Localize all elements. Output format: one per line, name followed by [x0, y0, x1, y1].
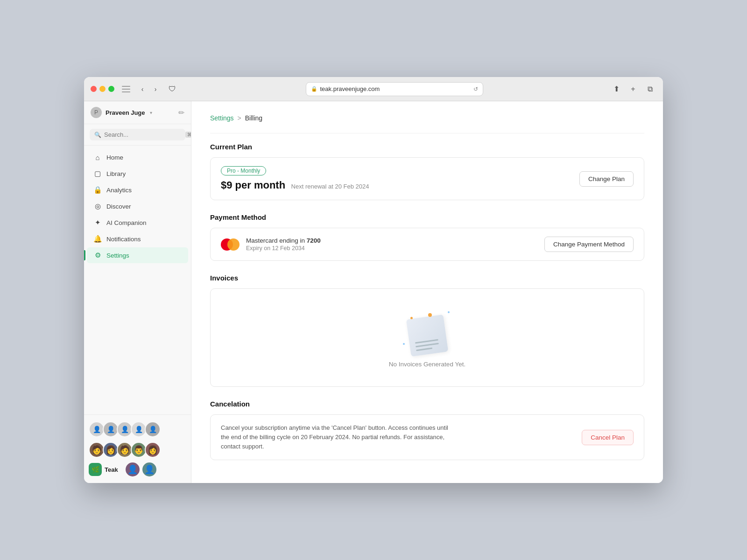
- cancel-card: Cancel your subscription anytime via the…: [210, 414, 644, 460]
- invoice-dot-blue-2: [403, 343, 405, 345]
- dock-avatars-row1: 👤 👤 👤 👤 👤: [84, 419, 191, 440]
- sidebar-item-home[interactable]: ⌂ Home: [87, 150, 188, 165]
- home-icon: ⌂: [93, 154, 102, 161]
- nav-arrows: ‹ ›: [137, 84, 161, 95]
- sidebar-item-label-discover: Discover: [106, 203, 131, 210]
- search-input[interactable]: [104, 131, 183, 138]
- plan-badge: Pro - Monthly: [221, 166, 266, 175]
- cancellation-title: Cancelation: [210, 400, 644, 408]
- lock-icon: 🔒: [311, 86, 317, 92]
- breadcrumb-current: Billing: [245, 114, 262, 122]
- browser-actions: ⬆ + ⧉: [610, 83, 656, 96]
- plan-price-row: $9 per month Next renewal at 20 Feb 2024: [221, 179, 369, 191]
- search-input-wrap: 🔍 ⌘ K: [90, 129, 185, 140]
- reload-button[interactable]: ↺: [473, 86, 478, 92]
- teak-label: Teak: [105, 466, 118, 473]
- dock-avatars-row2: 🧑 👩 🧑 👨 👩: [84, 440, 191, 460]
- sidebar-item-discover[interactable]: ◎ Discover: [87, 198, 188, 214]
- main-layout: P Praveen Juge ▾ ✏ 🔍 ⌘ K ⌂: [84, 101, 663, 483]
- maximize-button[interactable]: [108, 86, 114, 92]
- plan-price: $9 per month: [221, 179, 285, 191]
- sidebar-item-label-ai-companion: AI Companion: [106, 219, 147, 226]
- security-icon: 🛡: [166, 83, 179, 96]
- sidebar-item-notifications[interactable]: 🔔 Notifications: [87, 231, 188, 247]
- breadcrumb-settings-link[interactable]: Settings: [210, 114, 234, 122]
- search-icon: 🔍: [94, 132, 101, 138]
- breadcrumb: Settings > Billing: [210, 114, 644, 122]
- discover-icon: ◎: [93, 202, 102, 210]
- sidebar-item-label-notifications: Notifications: [106, 236, 141, 243]
- current-plan-title: Current Plan: [210, 143, 644, 151]
- sidebar-header: P Praveen Juge ▾ ✏: [84, 101, 191, 124]
- dock-avatar-person5: 👩: [145, 442, 161, 458]
- payment-expiry: Expiry on 12 Feb 2034: [246, 245, 321, 252]
- dock-avatar: 👤: [145, 421, 161, 437]
- content-area: Settings > Billing Current Plan Pro - Mo…: [191, 101, 663, 483]
- sidebar-item-label-settings: Settings: [106, 252, 129, 259]
- change-plan-button[interactable]: Change Plan: [579, 171, 634, 187]
- address-bar-container: 🔒 teak.praveenjuge.com ↺: [183, 82, 605, 96]
- invoice-dot-orange-2: [410, 317, 413, 319]
- breadcrumb-separator: >: [238, 114, 241, 122]
- user-name: Praveen Juge: [106, 109, 145, 116]
- dock-avatar-person3: 🧑: [117, 442, 133, 458]
- invoice-dot-blue-1: [448, 311, 450, 313]
- invoices-title: Invoices: [210, 274, 644, 282]
- invoice-illustration: [399, 308, 455, 354]
- dock-avatar-extra1: 👤: [125, 462, 141, 477]
- shortcut-cmd: ⌘: [185, 132, 191, 138]
- payment-method-section: Payment Method Mastercard ending in 7200…: [210, 213, 644, 261]
- plan-renewal: Next renewal at 20 Feb 2024: [291, 183, 369, 190]
- sidebar-item-settings[interactable]: ⚙ Settings: [87, 247, 188, 263]
- close-button[interactable]: [91, 86, 97, 92]
- library-icon: ▢: [93, 169, 102, 178]
- title-bar: ‹ › 🛡 🔒 teak.praveenjuge.com ↺ ⬆ + ⧉: [84, 77, 663, 101]
- invoice-dot-orange-1: [428, 313, 432, 317]
- back-button[interactable]: ‹: [137, 84, 148, 95]
- ai-companion-icon: ✦: [93, 218, 102, 227]
- sidebar-item-label-home: Home: [106, 154, 123, 161]
- payment-card-line: Mastercard ending in 7200: [246, 237, 321, 244]
- teak-logo-wrap: 🌿 Teak 👤 👤: [84, 460, 191, 479]
- sidebar-item-label-library: Library: [106, 170, 126, 177]
- address-bar[interactable]: 🔒 teak.praveenjuge.com ↺: [306, 82, 483, 96]
- payment-card-text: Mastercard ending in: [246, 237, 307, 244]
- dock-avatar-extra2: 👤: [141, 462, 157, 477]
- notifications-icon: 🔔: [93, 235, 102, 243]
- sidebar-toggle-button[interactable]: [122, 86, 130, 92]
- teak-logo: 🌿: [89, 463, 102, 476]
- invoices-card: No Invoices Generated Yet.: [210, 288, 644, 387]
- dock-avatar: 👤: [117, 421, 133, 437]
- dock-avatar: 👤: [103, 421, 119, 437]
- chevron-down-icon: ▾: [150, 110, 152, 115]
- dock-avatar-person1: 🧑: [89, 442, 105, 458]
- current-plan-section: Current Plan Pro - Monthly $9 per month …: [210, 143, 644, 200]
- share-button[interactable]: ⬆: [610, 83, 623, 96]
- cancel-plan-button[interactable]: Cancel Plan: [582, 430, 634, 445]
- tab-list-button[interactable]: ⧉: [643, 83, 656, 96]
- sidebar-item-ai-companion[interactable]: ✦ AI Companion: [87, 215, 188, 231]
- forward-button[interactable]: ›: [150, 84, 161, 95]
- change-payment-button[interactable]: Change Payment Method: [544, 237, 634, 252]
- sidebar-nav: ⌂ Home ▢ Library 🔒 Analytics ◎ Discover …: [84, 146, 191, 414]
- sidebar: P Praveen Juge ▾ ✏ 🔍 ⌘ K ⌂: [84, 101, 191, 483]
- payment-method-title: Payment Method: [210, 213, 644, 221]
- sidebar-bottom: 👤 👤 👤 👤 👤 🧑 👩 🧑 👨 👩 🌿 Teak 👤: [84, 414, 191, 483]
- plan-info: Pro - Monthly $9 per month Next renewal …: [221, 166, 369, 191]
- payment-info: Mastercard ending in 7200 Expiry on 12 F…: [221, 237, 321, 252]
- edit-icon[interactable]: ✏: [178, 108, 184, 117]
- dock-avatar: 👤: [89, 421, 105, 437]
- plan-card: Pro - Monthly $9 per month Next renewal …: [210, 157, 644, 200]
- user-profile[interactable]: P Praveen Juge ▾: [91, 107, 152, 118]
- minimize-button[interactable]: [99, 86, 106, 92]
- sidebar-item-analytics[interactable]: 🔒 Analytics: [87, 182, 188, 198]
- payment-card: Mastercard ending in 7200 Expiry on 12 F…: [210, 228, 644, 261]
- cancel-description: Cancel your subscription anytime via the…: [221, 423, 454, 451]
- sidebar-search: 🔍 ⌘ K: [84, 124, 191, 146]
- invoice-paper: [406, 315, 448, 357]
- divider-top: [210, 133, 644, 133]
- sidebar-item-library[interactable]: ▢ Library: [87, 166, 188, 182]
- avatar: P: [91, 107, 102, 118]
- dock-avatar-person4: 👨: [131, 442, 147, 458]
- new-tab-button[interactable]: +: [627, 83, 640, 96]
